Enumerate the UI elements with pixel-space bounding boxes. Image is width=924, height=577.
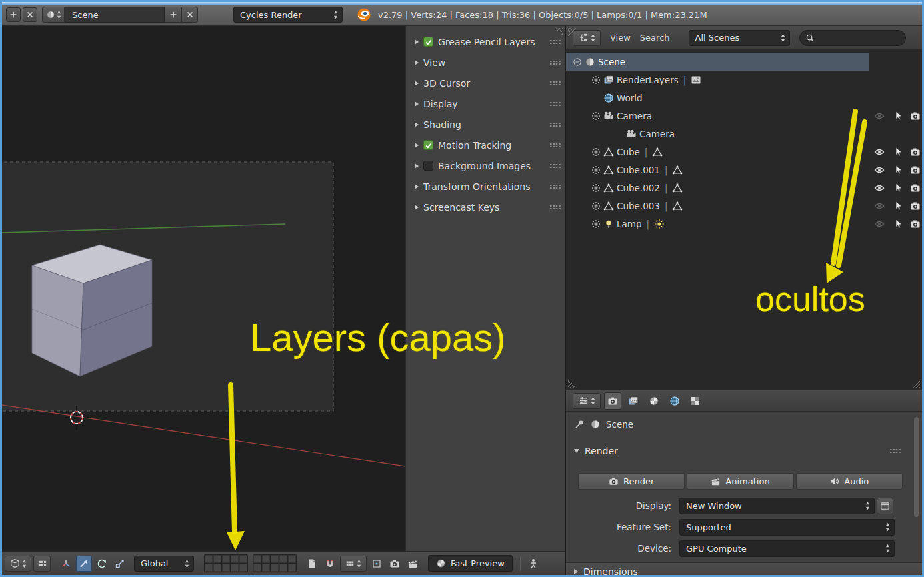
renderable-camera-icon[interactable] <box>910 111 921 121</box>
layer-toggle[interactable] <box>205 555 213 563</box>
selectable-cursor-icon[interactable] <box>893 183 903 193</box>
layout-close-button[interactable] <box>23 7 37 22</box>
scene-unlink-button[interactable] <box>181 7 198 23</box>
screencast-figure-button[interactable] <box>525 556 541 572</box>
outliner-row-cube[interactable]: Cube <box>566 143 922 161</box>
outliner-search-box[interactable] <box>799 30 906 46</box>
transform-orientation-selector[interactable]: Global <box>134 556 194 572</box>
drag-grip-icon[interactable] <box>549 205 561 210</box>
layer-toggle[interactable] <box>288 564 296 572</box>
panel-header-motion-tracking[interactable]: Motion Tracking <box>406 135 565 155</box>
outliner-item-label[interactable]: Cube.001 <box>617 165 660 175</box>
outliner-row-camera-data[interactable]: Camera <box>566 125 922 143</box>
manipulator-scale-button[interactable] <box>112 556 128 572</box>
outliner-item-label[interactable]: Cube <box>617 147 640 157</box>
drag-grip-icon[interactable] <box>549 60 561 65</box>
tab-world[interactable] <box>666 392 683 410</box>
animation-button[interactable]: Animation <box>687 473 793 490</box>
fast-preview-button[interactable]: Fast Preview <box>428 555 513 572</box>
hide-eye-icon[interactable] <box>874 147 885 157</box>
panel-header-display[interactable]: Display <box>406 93 565 114</box>
panel-header-3d-cursor[interactable]: 3D Cursor <box>406 73 565 93</box>
layer-toggle[interactable] <box>239 564 247 572</box>
layer-toggle[interactable] <box>239 555 247 563</box>
hide-eye-icon[interactable] <box>874 183 885 193</box>
selectable-cursor-icon[interactable] <box>893 219 903 229</box>
outliner-item-label[interactable]: RenderLayers <box>617 75 679 85</box>
outliner-row-world[interactable]: World <box>566 89 922 107</box>
layer-toggle[interactable] <box>262 564 270 572</box>
renderable-camera-icon[interactable] <box>910 201 921 211</box>
snap-toggle-button[interactable] <box>322 556 338 572</box>
outliner-editor-selector[interactable] <box>573 30 601 46</box>
mode-selector[interactable] <box>33 556 51 572</box>
drag-grip-icon[interactable] <box>549 81 561 86</box>
checkbox-unchecked-icon[interactable] <box>423 161 433 171</box>
expand-icon[interactable] <box>591 219 601 229</box>
view-menu[interactable]: View <box>610 33 631 43</box>
layer-toggle[interactable] <box>262 555 270 563</box>
collapse-icon[interactable] <box>573 57 582 67</box>
tab-render-layers[interactable] <box>625 392 642 410</box>
layers-group-2[interactable] <box>253 554 297 572</box>
manipulator-rotate-button[interactable] <box>94 556 110 572</box>
hide-eye-icon[interactable] <box>874 111 885 121</box>
drag-grip-icon[interactable] <box>889 448 901 454</box>
drag-grip-icon[interactable] <box>549 101 561 107</box>
outliner-item-label[interactable]: Cube.003 <box>617 201 660 211</box>
view3d-editor-selector[interactable] <box>5 556 31 572</box>
display-select[interactable]: New Window <box>679 498 875 514</box>
expand-icon[interactable] <box>591 201 601 211</box>
checkbox-checked-icon[interactable] <box>423 37 433 47</box>
layer-toggle[interactable] <box>231 555 239 563</box>
pin-icon[interactable] <box>574 419 585 430</box>
audio-button[interactable]: Audio <box>796 473 903 490</box>
panel-header-transform-orientations[interactable]: Transform Orientations <box>406 176 565 197</box>
layers-group-1[interactable] <box>204 554 248 572</box>
outliner-row-renderlayers[interactable]: RenderLayers <box>566 71 922 89</box>
outliner-row-cube-003[interactable]: Cube.003 <box>566 197 922 215</box>
render-engine-selector[interactable]: Cycles Render <box>233 7 343 23</box>
drag-grip-icon[interactable] <box>549 122 561 127</box>
layer-toggle[interactable] <box>213 564 221 572</box>
panel-header-grease-pencil-layers[interactable]: Grease Pencil Layers <box>406 31 565 52</box>
renderable-camera-icon[interactable] <box>910 183 921 193</box>
dimensions-panel-header[interactable]: Dimensions <box>566 562 922 577</box>
device-select[interactable]: GPU Compute <box>679 540 895 557</box>
snap-element-selector[interactable] <box>340 556 367 572</box>
layer-toggle[interactable] <box>253 564 261 572</box>
expand-icon[interactable] <box>591 147 601 157</box>
outliner-item-label[interactable]: Camera <box>617 111 652 121</box>
layer-toggle[interactable] <box>271 555 279 563</box>
layer-toggle[interactable] <box>279 564 287 572</box>
search-menu[interactable]: Search <box>640 33 670 43</box>
opengl-render-button[interactable] <box>387 556 403 572</box>
scrollbar[interactable] <box>914 417 919 517</box>
outliner-row-cube-001[interactable]: Cube.001 <box>566 161 922 179</box>
new-window-options-button[interactable] <box>877 498 893 514</box>
layer-toggle[interactable] <box>231 564 239 572</box>
outliner-item-label[interactable]: World <box>617 93 643 103</box>
layer-toggle[interactable] <box>279 555 287 563</box>
outliner-item-label[interactable]: Scene <box>598 57 625 67</box>
layer-toggle[interactable] <box>271 564 279 572</box>
feature-set-select[interactable]: Supported <box>679 519 895 536</box>
outliner-search-input[interactable] <box>819 33 892 43</box>
selectable-cursor-icon[interactable] <box>893 165 903 175</box>
selectable-cursor-icon[interactable] <box>893 201 903 211</box>
hide-eye-icon[interactable] <box>874 201 885 211</box>
opengl-render-animation-button[interactable] <box>405 556 421 572</box>
outliner-row-camera[interactable]: Camera <box>566 107 922 125</box>
layer-toggle[interactable] <box>213 555 221 563</box>
hide-eye-icon[interactable] <box>874 219 885 229</box>
layer-toggle[interactable] <box>288 555 296 563</box>
outliner-item-label[interactable]: Camera <box>639 129 675 139</box>
checkbox-checked-icon[interactable] <box>423 140 433 150</box>
drag-grip-icon[interactable] <box>549 184 561 189</box>
panel-header-screencast-keys[interactable]: Screencast Keys <box>406 197 565 217</box>
panel-header-shading[interactable]: Shading <box>406 114 565 135</box>
renderable-camera-icon[interactable] <box>910 165 921 175</box>
scene-lock-button[interactable] <box>304 556 320 572</box>
render-panel-header[interactable]: Render <box>566 442 922 460</box>
renderable-camera-icon[interactable] <box>910 147 921 157</box>
